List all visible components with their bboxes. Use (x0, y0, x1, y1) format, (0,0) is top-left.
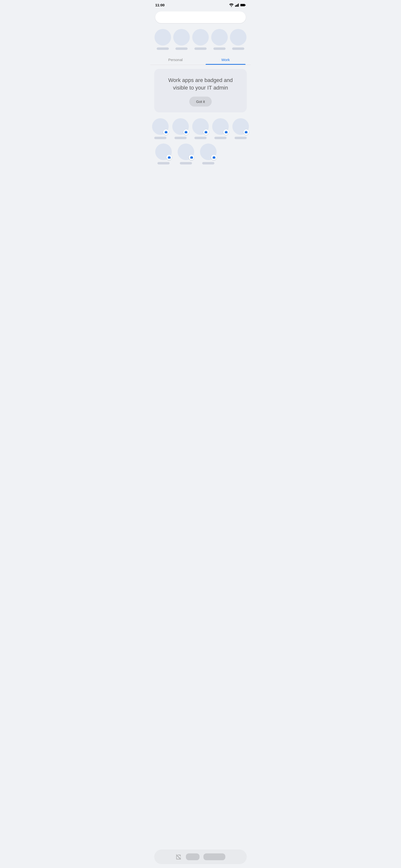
app-label-skeleton (214, 137, 226, 139)
app-label-skeleton (213, 48, 225, 50)
work-app-row-1 (150, 116, 251, 141)
app-icon-placeholder (155, 29, 171, 45)
list-item[interactable] (200, 144, 217, 164)
list-item[interactable] (152, 118, 168, 139)
svg-rect-5 (240, 4, 245, 6)
svg-rect-2 (236, 5, 237, 6)
tabs-container: Personal Work (150, 54, 251, 65)
app-icon-placeholder (192, 29, 209, 45)
list-item (230, 29, 246, 50)
app-label-skeleton (176, 48, 188, 50)
briefcase-icon (224, 130, 228, 133)
app-label-skeleton (235, 137, 247, 139)
list-item[interactable] (172, 118, 189, 139)
work-badge (189, 155, 194, 160)
svg-rect-6 (245, 4, 246, 5)
app-icon-placeholder (211, 29, 228, 45)
svg-rect-3 (237, 4, 238, 6)
briefcase-icon (184, 130, 188, 133)
app-label-skeleton (154, 137, 166, 139)
status-icons (229, 3, 246, 7)
app-label-skeleton (232, 48, 244, 50)
list-item (192, 29, 209, 50)
list-item[interactable] (233, 118, 249, 139)
briefcase-icon (205, 130, 208, 133)
list-item (173, 29, 190, 50)
list-item[interactable] (212, 118, 229, 139)
search-bar[interactable] (155, 11, 246, 23)
work-badge (211, 155, 217, 160)
info-card-message: Work apps are badged and visible to your… (160, 76, 241, 92)
app-label-skeleton (194, 137, 207, 139)
top-app-row (150, 27, 251, 52)
briefcase-icon (164, 130, 168, 133)
briefcase-icon (190, 156, 193, 159)
app-label-skeleton (175, 137, 187, 139)
work-badge (166, 155, 172, 160)
app-icon-placeholder (230, 29, 246, 45)
search-bar-container (150, 9, 251, 27)
app-label-skeleton (157, 48, 169, 50)
list-item (155, 29, 171, 50)
list-item[interactable] (192, 118, 209, 139)
app-icon-placeholder (173, 29, 190, 45)
app-label-skeleton (157, 162, 169, 164)
app-label-skeleton (202, 162, 214, 164)
got-it-button[interactable]: Got it (189, 97, 212, 106)
work-badge (163, 129, 168, 135)
app-label-skeleton (180, 162, 192, 164)
svg-rect-4 (238, 3, 239, 6)
svg-rect-1 (235, 5, 236, 6)
list-item[interactable] (155, 144, 172, 164)
work-app-row-2 (150, 141, 251, 167)
work-badge (244, 129, 249, 135)
tab-work[interactable]: Work (201, 54, 251, 65)
wifi-icon (229, 3, 234, 7)
work-badge (223, 129, 229, 135)
status-time: 11:00 (155, 3, 164, 7)
work-badge (204, 129, 209, 135)
list-item[interactable] (178, 144, 194, 164)
signal-icon (235, 3, 239, 7)
tab-personal[interactable]: Personal (150, 54, 201, 65)
briefcase-icon (168, 156, 171, 159)
list-item (211, 29, 228, 50)
status-bar: 11:00 (150, 0, 251, 9)
info-card: Work apps are badged and visible to your… (154, 69, 247, 113)
work-badge (183, 129, 189, 135)
briefcase-icon (212, 156, 216, 159)
briefcase-icon (245, 130, 248, 133)
battery-icon (240, 4, 246, 6)
svg-point-0 (231, 6, 232, 7)
app-label-skeleton (194, 48, 207, 50)
